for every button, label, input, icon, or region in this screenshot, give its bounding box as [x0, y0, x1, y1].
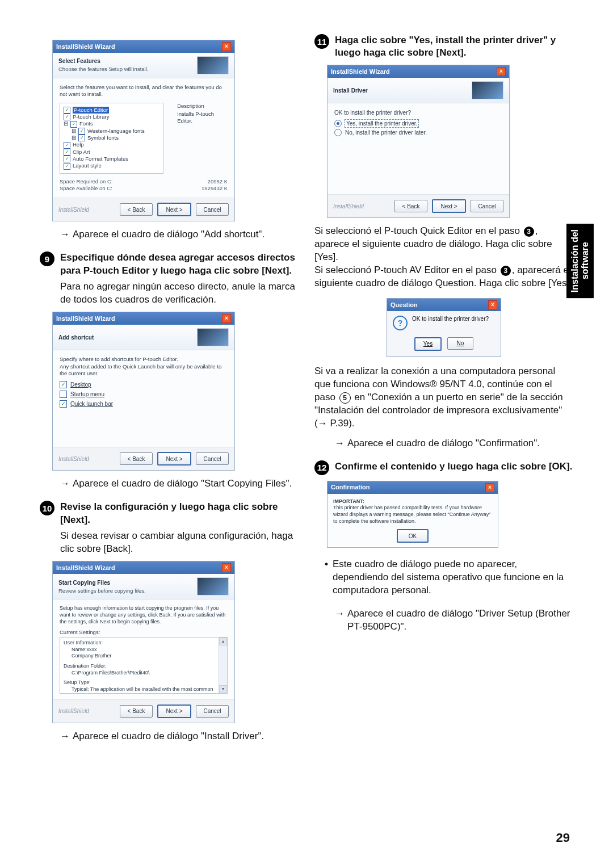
- cancel-button[interactable]: Cancel: [196, 705, 229, 718]
- tree-n2a[interactable]: Western-language fonts: [87, 128, 145, 135]
- left-kicker2: Aparece el cuadro de diálogo "Start Copy…: [60, 477, 299, 490]
- ref-5: 5: [339, 392, 351, 404]
- space-req-label: Space Required on C:: [60, 178, 112, 185]
- next-button[interactable]: Next >: [157, 452, 191, 466]
- tree-n1[interactable]: P-touch Library: [73, 114, 109, 120]
- dlg1-head: Select Features: [58, 57, 148, 65]
- tree-n6[interactable]: Layout style: [73, 162, 102, 169]
- step-num-12: 12: [314, 460, 329, 475]
- cs-l1: User Information:: [64, 640, 224, 647]
- question-icon: ?: [393, 316, 408, 330]
- dlg-install-driver: InstallShield Wizard × Install Driver OK…: [327, 65, 510, 218]
- tree-n3[interactable]: Help: [73, 141, 84, 148]
- dlg3-cs: Current Settings:: [60, 629, 228, 636]
- tree-n2[interactable]: Fonts: [79, 120, 93, 127]
- cs-l5: C:\Program Files\Brother\Ptedit40\: [64, 670, 224, 677]
- dlg3-title: InstallShield Wizard: [56, 564, 115, 572]
- desc-label: Description: [177, 103, 228, 110]
- dlg-confirmation: Confirmation × IMPORTANT: This printer d…: [327, 481, 498, 548]
- tree-n5[interactable]: Auto Format Templates: [73, 156, 128, 162]
- dlg4-brand: InstallShield: [333, 203, 364, 210]
- next-button[interactable]: Next >: [157, 203, 191, 216]
- right-bullet1: Este cuadro de diálogo puede no aparecer…: [325, 558, 573, 597]
- dlg1-title: InstallShield Wizard: [56, 43, 115, 51]
- step11-title: Haga clic sobre "Yes, install the printe…: [335, 34, 573, 59]
- dlg1-instr: Select the features you want to install,…: [60, 84, 228, 98]
- conf-body: This printer driver has passed compatibi…: [333, 505, 492, 525]
- msgbox-question: Question × ? OK to install the printer d…: [387, 298, 501, 357]
- cs-l2: Name:xxxx: [64, 647, 224, 653]
- dlg3-sub: Review settings before copying files.: [58, 588, 146, 594]
- tree-n2b[interactable]: Symbol fonts: [87, 135, 119, 141]
- step-num-10: 10: [40, 501, 54, 515]
- step9-body: Para no agregar ningún acceso directo, a…: [60, 280, 299, 307]
- yes-button[interactable]: Yes: [414, 337, 442, 351]
- scrollbar[interactable]: ▴ ▾: [219, 638, 227, 693]
- close-icon[interactable]: ×: [222, 563, 231, 572]
- next-button[interactable]: Next >: [432, 199, 466, 213]
- cancel-button[interactable]: Cancel: [196, 203, 229, 216]
- dlg-start-copying: InstallShield Wizard × Start Copying Fil…: [52, 561, 235, 723]
- cancel-button[interactable]: Cancel: [471, 200, 503, 212]
- close-icon[interactable]: ×: [222, 42, 231, 51]
- radio-yes-label: Yes, install the printer driver.: [345, 120, 418, 127]
- feature-tree[interactable]: ✓P-touch Editor ✓P-touch Library ⊟✓Fonts…: [60, 103, 163, 174]
- header-art: [197, 577, 229, 596]
- page-number: 29: [556, 831, 570, 845]
- close-icon[interactable]: ×: [497, 67, 506, 76]
- dlg1-sub: Choose the features Setup will install.: [58, 66, 148, 73]
- scroll-down-icon[interactable]: ▾: [219, 685, 227, 693]
- ref-3a: 3: [524, 227, 534, 237]
- next-button[interactable]: Next >: [157, 705, 191, 718]
- back-button[interactable]: < Back: [120, 203, 153, 216]
- back-button[interactable]: < Back: [394, 200, 427, 212]
- close-icon[interactable]: ×: [485, 483, 494, 492]
- chk-desktop-label: Desktop: [70, 381, 91, 388]
- dlg3-intro: Setup has enough information to start co…: [60, 605, 228, 625]
- close-icon[interactable]: ×: [488, 300, 497, 309]
- dlg4-head: Install Driver: [333, 87, 368, 94]
- step12-title: Confirme el contenido y luego haga clic …: [335, 460, 573, 475]
- conf-imp: IMPORTANT:: [333, 498, 364, 504]
- r-p2a: Si seleccionó P-touch AV Editor en el pa…: [314, 265, 499, 275]
- right-kicker2: Aparece el cuadro de diálogo "Driver Set…: [335, 607, 573, 634]
- dlg3-brand: InstallShield: [58, 707, 89, 715]
- checkbox-startup[interactable]: [60, 391, 67, 398]
- r-p1a: Si seleccionó el P-touch Quick Editor en…: [314, 225, 523, 236]
- radio-yes[interactable]: [334, 120, 342, 127]
- tree-n0[interactable]: P-touch Editor: [73, 107, 109, 114]
- tree-n4[interactable]: Clip Art: [73, 149, 90, 156]
- ref-3b: 3: [501, 266, 511, 276]
- space-req-val: 20952 K: [208, 178, 228, 185]
- space-avail-label: Space Available on C:: [60, 185, 112, 192]
- cs-l3: Company:Brother: [64, 653, 224, 660]
- close-icon[interactable]: ×: [222, 314, 231, 323]
- r-p3b: en "Conexión a un puerto en serie" de la…: [314, 392, 563, 429]
- back-button[interactable]: < Back: [120, 705, 153, 718]
- space-avail-val: 1929432 K: [201, 185, 228, 192]
- q-text: OK to install the printer driver?: [412, 316, 489, 322]
- desc-text: Installs P-touch Editor.: [177, 111, 228, 125]
- header-art: [197, 328, 229, 346]
- step-num-9: 9: [40, 251, 54, 266]
- checkbox-quicklaunch[interactable]: ✓: [60, 400, 67, 408]
- scroll-up-icon[interactable]: ▴: [219, 638, 227, 645]
- cs-l4: Destination Folder:: [64, 663, 224, 670]
- back-button[interactable]: < Back: [120, 452, 153, 465]
- cancel-button[interactable]: Cancel: [196, 452, 229, 465]
- dlg2-head: Add shortcut: [58, 334, 94, 341]
- ok-button[interactable]: OK: [397, 529, 429, 543]
- checkbox-desktop[interactable]: ✓: [60, 381, 67, 388]
- header-art: [197, 56, 229, 74]
- tab-line2: software: [580, 242, 590, 280]
- step10-body: Si desea revisar o cambiar alguna config…: [60, 530, 299, 556]
- dlg4-prompt: OK to install the printer driver?: [334, 109, 502, 116]
- radio-no[interactable]: [334, 129, 342, 136]
- right-kicker1: Aparece el cuadro de diálogo "Confirmati…: [335, 437, 573, 450]
- no-button[interactable]: No: [447, 337, 473, 350]
- dlg2-title: InstallShield Wizard: [56, 315, 115, 322]
- section-tab: Instalación del software: [566, 224, 594, 298]
- cs-l6: Setup Type:: [64, 680, 224, 686]
- dlg3-head: Start Copying Files: [58, 579, 146, 586]
- current-settings[interactable]: User Information: Name:xxxx Company:Brot…: [60, 637, 228, 694]
